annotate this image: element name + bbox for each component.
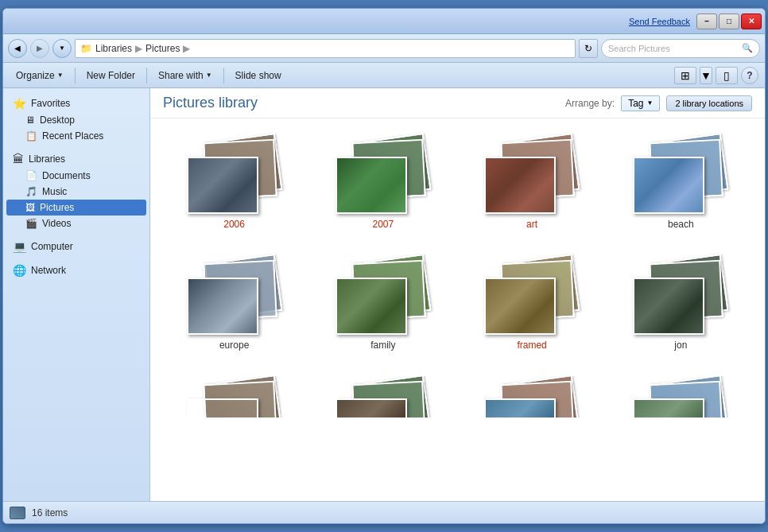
favorites-label: Favorites: [31, 98, 70, 109]
arrange-value: Tag: [628, 98, 643, 109]
share-with-chevron-icon: ▼: [206, 72, 212, 79]
list-item[interactable]: [312, 370, 454, 417]
folder-name: europe: [219, 340, 249, 351]
new-folder-button[interactable]: New Folder: [80, 66, 142, 85]
breadcrumb-folder-icon: 📁: [80, 43, 92, 54]
list-item[interactable]: beach: [610, 128, 752, 236]
sidebar-item-favorites[interactable]: ⭐ Favorites: [3, 95, 149, 112]
recent-places-label: Recent Places: [42, 130, 103, 142]
music-icon: 🎵: [25, 186, 37, 197]
list-item[interactable]: jon: [610, 249, 752, 357]
toolbar: Organize ▼ New Folder Share with ▼ Slide…: [3, 63, 765, 88]
maximize-button[interactable]: □: [719, 14, 739, 29]
breadcrumb-pictures[interactable]: Pictures: [145, 43, 180, 54]
computer-group: 💻 Computer: [3, 238, 149, 255]
view-icon: ⊞: [681, 69, 690, 82]
view-toggle-button[interactable]: ⊞: [674, 67, 696, 84]
folder-name: art: [526, 219, 537, 230]
folder-name: beach: [668, 219, 694, 230]
network-label: Network: [31, 265, 66, 276]
slide-show-label: Slide show: [235, 70, 281, 81]
dropdown-button[interactable]: ▼: [52, 39, 72, 58]
documents-label: Documents: [42, 170, 91, 181]
content-header: Pictures library Arrange by: Tag ▼ 2 lib…: [150, 88, 765, 118]
search-placeholder-text: Search Pictures: [608, 44, 670, 53]
pictures-label: Pictures: [40, 202, 74, 213]
share-with-button[interactable]: Share with ▼: [152, 66, 219, 85]
libraries-label: Libraries: [29, 153, 65, 165]
status-bar: 16 items: [3, 501, 765, 523]
organize-label: Organize: [16, 70, 55, 81]
arrange-chevron-icon: ▼: [646, 99, 653, 107]
search-bar[interactable]: Search Pictures 🔍: [601, 39, 760, 58]
breadcrumb-separator: ▶: [135, 43, 142, 54]
library-locations-button[interactable]: 2 library locations: [666, 95, 752, 111]
back-button[interactable]: ◀: [8, 39, 27, 58]
sidebar-item-libraries[interactable]: 🏛 Libraries: [3, 150, 149, 168]
sidebar-item-network[interactable]: 🌐 Network: [3, 262, 149, 279]
new-folder-label: New Folder: [87, 70, 135, 81]
close-button[interactable]: ✕: [741, 14, 762, 29]
libraries-icon: 🏛: [13, 153, 24, 165]
list-item[interactable]: [461, 370, 603, 417]
breadcrumb: 📁 Libraries ▶ Pictures ▶: [75, 39, 576, 58]
list-item[interactable]: [610, 370, 752, 417]
help-button[interactable]: ?: [741, 67, 758, 84]
toolbar-right-actions: ⊞ ▼ ▯ ?: [674, 67, 758, 84]
star-icon: ⭐: [13, 97, 26, 110]
list-item[interactable]: [163, 370, 305, 417]
documents-icon: 📄: [25, 170, 37, 181]
item-count: 16 items: [32, 507, 68, 518]
videos-label: Videos: [42, 218, 71, 229]
forward-button[interactable]: ▶: [30, 39, 49, 58]
organize-chevron-icon: ▼: [57, 72, 64, 79]
list-item[interactable]: europe: [163, 249, 305, 357]
minimize-button[interactable]: –: [696, 14, 717, 29]
arrange-by-label: Arrange by:: [565, 98, 615, 109]
list-item[interactable]: 2006: [163, 128, 305, 236]
sidebar-item-videos[interactable]: 🎬 Videos: [3, 216, 149, 231]
toolbar-separator-3: [223, 68, 224, 83]
arrange-dropdown[interactable]: Tag ▼: [621, 95, 660, 111]
sidebar-item-pictures[interactable]: 🖼 Pictures: [6, 200, 146, 216]
desktop-label: Desktop: [40, 115, 75, 126]
content-area: Pictures library Arrange by: Tag ▼ 2 lib…: [150, 88, 765, 501]
navigation-bar: ◀ ▶ ▼ 📁 Libraries ▶ Pictures ▶ ↻ Search …: [3, 34, 765, 63]
view-dropdown-button[interactable]: ▼: [700, 67, 712, 84]
sidebar-item-desktop[interactable]: 🖥 Desktop: [3, 112, 149, 128]
detail-pane-button[interactable]: ▯: [716, 67, 738, 84]
breadcrumb-libraries[interactable]: Libraries: [95, 43, 132, 54]
sidebar-item-computer[interactable]: 💻 Computer: [3, 238, 149, 255]
window-controls: – □ ✕: [696, 14, 762, 29]
send-feedback-link[interactable]: Send Feedback: [629, 17, 690, 26]
list-item[interactable]: art: [461, 128, 603, 236]
toolbar-separator-1: [75, 68, 76, 83]
folder-name: 2007: [373, 219, 394, 230]
recent-icon: 📋: [25, 130, 37, 142]
network-group: 🌐 Network: [3, 262, 149, 279]
sidebar-item-documents[interactable]: 📄 Documents: [3, 168, 149, 184]
status-drive-icon: [10, 507, 25, 519]
sidebar-item-recent-places[interactable]: 📋 Recent Places: [3, 128, 149, 144]
favorites-group: ⭐ Favorites 🖥 Desktop 📋 Recent Places: [3, 95, 149, 144]
slide-show-button[interactable]: Slide show: [229, 66, 288, 85]
organize-button[interactable]: Organize ▼: [10, 66, 70, 85]
list-item[interactable]: family: [312, 249, 454, 357]
list-item[interactable]: framed: [461, 249, 603, 357]
folder-name: family: [370, 340, 395, 351]
videos-icon: 🎬: [25, 218, 37, 229]
libraries-group: 🏛 Libraries 📄 Documents 🎵 Music 🖼 Pictur…: [3, 150, 149, 231]
list-item[interactable]: 2007: [312, 128, 454, 236]
folder-scroll-area[interactable]: 20062007artbeacheuropefamilyframedjon: [150, 118, 765, 501]
folder-name: framed: [517, 340, 546, 351]
main-window: Send Feedback – □ ✕ ◀ ▶ ▼ 📁 Libraries ▶ …: [2, 8, 766, 524]
page-title: Pictures library: [163, 95, 258, 111]
sidebar-item-music[interactable]: 🎵 Music: [3, 184, 149, 200]
music-label: Music: [42, 186, 67, 197]
pictures-icon: 🖼: [25, 202, 35, 213]
computer-icon: 💻: [13, 240, 26, 253]
search-icon: 🔍: [742, 43, 753, 53]
breadcrumb-separator2: ▶: [183, 43, 190, 54]
arrange-bar: Arrange by: Tag ▼ 2 library locations: [565, 95, 752, 111]
refresh-button[interactable]: ↻: [579, 39, 598, 58]
